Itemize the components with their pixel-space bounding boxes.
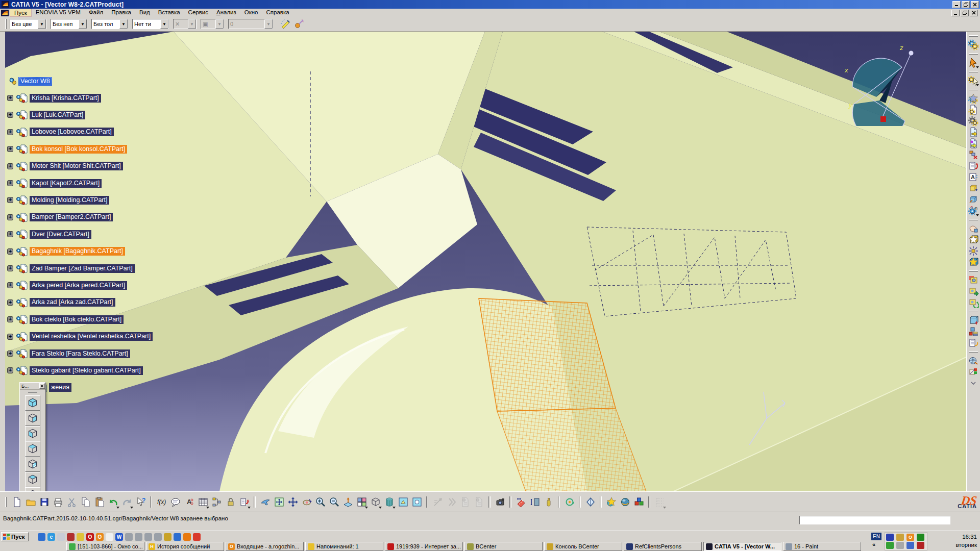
wizard-icon[interactable] bbox=[292, 18, 306, 30]
expand-plus-icon[interactable]: + bbox=[7, 112, 13, 118]
palette-grip[interactable] bbox=[28, 392, 37, 393]
expand-plus-icon[interactable]: + bbox=[7, 248, 13, 255]
expand-plus-icon[interactable]: + bbox=[7, 299, 13, 306]
tree-item-16[interactable]: +Fara Steklo [Fara Steklo.CATPart] bbox=[7, 347, 130, 360]
new-document-icon[interactable] bbox=[10, 495, 23, 509]
tray-printer-icon[interactable] bbox=[896, 542, 904, 549]
ql-shell-icon[interactable] bbox=[57, 533, 65, 541]
left-view-icon[interactable] bbox=[25, 441, 40, 457]
ql-net-4-icon[interactable] bbox=[154, 533, 162, 541]
tree-item-label[interactable]: Fara Steklo [Fara Steklo.CATPart] bbox=[30, 349, 130, 358]
manage-representations-icon[interactable] bbox=[967, 194, 979, 205]
tree-item-label[interactable]: Bamper [Bamper2.CATPart] bbox=[30, 213, 113, 221]
material-library-icon[interactable] bbox=[618, 495, 632, 509]
tree-item-6[interactable]: +Kapot [Kapot2.CATPart] bbox=[7, 177, 102, 190]
3d-viewport[interactable]: z x y Vector W8+Krisha [Krisha.CATPart]+… bbox=[5, 32, 966, 491]
command-input[interactable] bbox=[799, 516, 950, 524]
tree-item-10[interactable]: +Bagaghnik [Bagaghnik.CATPart] bbox=[7, 245, 125, 258]
expand-plus-icon[interactable]: + bbox=[7, 316, 13, 322]
toolbar-drag-handle[interactable] bbox=[5, 497, 7, 507]
combo-arrow-icon[interactable]: ▼ bbox=[160, 19, 168, 29]
clash-icon[interactable] bbox=[967, 257, 979, 268]
redo-icon[interactable] bbox=[120, 495, 134, 509]
combo-arrow-icon[interactable]: ▼ bbox=[79, 19, 87, 29]
graph-reorder-icon[interactable] bbox=[967, 160, 979, 171]
minimize-button[interactable] bbox=[952, 1, 961, 8]
pan-icon[interactable] bbox=[286, 495, 300, 509]
shaded-view-icon[interactable] bbox=[396, 495, 410, 509]
zoom-out-icon[interactable] bbox=[327, 495, 341, 509]
expand-plus-icon[interactable]: + bbox=[7, 163, 13, 169]
structure-icon[interactable] bbox=[210, 495, 224, 509]
ql-ie-icon[interactable]: e bbox=[47, 533, 55, 541]
annotations-icon[interactable] bbox=[562, 495, 576, 509]
apply-material-icon[interactable] bbox=[604, 495, 618, 509]
explode-icon[interactable] bbox=[967, 245, 979, 257]
viewpoint-update-icon[interactable] bbox=[967, 297, 979, 308]
start-button[interactable]: Пуск bbox=[1, 532, 29, 541]
right-view-icon[interactable] bbox=[25, 457, 40, 472]
tray-clover-icon[interactable] bbox=[886, 542, 894, 549]
iso-view-icon[interactable] bbox=[369, 495, 382, 509]
new-component-icon[interactable] bbox=[967, 93, 979, 104]
text-note-icon[interactable]: A bbox=[182, 495, 196, 509]
print-icon[interactable] bbox=[51, 495, 65, 509]
expand-plus-icon[interactable]: + bbox=[7, 146, 13, 152]
tree-item-15[interactable]: +Ventel reshetka [Ventel reshetka.CATPar… bbox=[7, 330, 153, 343]
multi-view-icon[interactable] bbox=[355, 495, 369, 509]
tree-item-17[interactable]: +Steklo gabarit [Steklo gabarit.CATPart] bbox=[7, 364, 143, 377]
ql-window-icon[interactable] bbox=[106, 533, 113, 541]
ql-word-icon[interactable]: W bbox=[115, 533, 123, 541]
ql-key-icon[interactable] bbox=[164, 533, 172, 541]
task-button-2[interactable]: OВходящие - a.rogozhin... bbox=[226, 542, 304, 551]
measure-inertia-icon[interactable] bbox=[542, 495, 555, 509]
ql-kmplayer-icon[interactable] bbox=[174, 533, 181, 541]
tree-item-label[interactable]: Bok cteklo [Bok cteklo.CATPart] bbox=[30, 315, 124, 324]
tree-item-label[interactable]: Arka pered [Arka pered.CATPart] bbox=[30, 281, 127, 290]
paste-icon[interactable] bbox=[92, 495, 106, 509]
tree-item-label[interactable]: Steklo gabarit [Steklo gabarit.CATPart] bbox=[30, 366, 143, 375]
menu-пуск[interactable]: Пуск bbox=[10, 9, 32, 17]
formula-icon[interactable]: f(x) bbox=[155, 495, 168, 509]
sectioning-icon[interactable] bbox=[583, 495, 597, 509]
bottom-view-icon[interactable] bbox=[25, 487, 40, 491]
tree-item-14[interactable]: +Bok cteklo [Bok cteklo.CATPart] bbox=[7, 313, 124, 326]
advisor-icon[interactable] bbox=[168, 495, 182, 509]
combo-3[interactable]: Нет ти▼ bbox=[132, 19, 169, 29]
viewpoint-next-icon[interactable] bbox=[967, 286, 979, 297]
assembly-workbench-icon[interactable] bbox=[967, 39, 979, 51]
task-button-9[interactable]: 16 - Paint bbox=[783, 542, 861, 551]
select-icon[interactable] bbox=[967, 57, 979, 68]
tree-item-label[interactable]: Ventel reshetka [Ventel reshetka.CATPart… bbox=[30, 332, 153, 341]
tree-item-2[interactable]: +Luk [Luk.CATPart] bbox=[7, 108, 85, 121]
saved-viewpoint-icon[interactable] bbox=[967, 274, 979, 286]
more-tools-chevron-icon[interactable] bbox=[967, 378, 979, 389]
menu-справка[interactable]: Справка bbox=[262, 9, 293, 17]
ql-net-3-icon[interactable] bbox=[144, 533, 152, 541]
menu-файл[interactable]: Файл bbox=[85, 9, 107, 17]
save-icon[interactable] bbox=[37, 495, 51, 509]
tray-expand-chevron[interactable]: « bbox=[872, 541, 875, 547]
fly-mode-icon[interactable] bbox=[258, 495, 272, 509]
combo-2[interactable]: Без тол▼ bbox=[91, 19, 128, 29]
measure-item-icon[interactable] bbox=[528, 495, 542, 509]
snap-icon[interactable] bbox=[967, 234, 979, 245]
ql-outlook-icon[interactable]: O bbox=[96, 533, 104, 541]
ql-chrome-icon[interactable] bbox=[193, 533, 201, 541]
task-button-0[interactable]: [151-103-866] - Окно со... bbox=[66, 542, 144, 551]
multi-instantiation-icon[interactable]: n bbox=[967, 205, 979, 216]
ql-spark-icon[interactable] bbox=[183, 533, 191, 541]
tree-item-label[interactable]: Molding [Molding.CATPart] bbox=[30, 196, 109, 205]
child-close-button[interactable] bbox=[970, 10, 978, 16]
menu-enovia-v5-vpm[interactable]: ENOVIA V5 VPM bbox=[32, 9, 85, 17]
copy-icon[interactable] bbox=[79, 495, 92, 509]
menu-правка[interactable]: Правка bbox=[107, 9, 135, 17]
tree-item-7[interactable]: +Molding [Molding.CATPart] bbox=[7, 193, 109, 207]
tree-item-label[interactable]: Vector W8 bbox=[18, 77, 52, 86]
ql-messenger-icon[interactable] bbox=[38, 533, 45, 541]
whats-this-icon[interactable]: ? bbox=[134, 495, 148, 509]
new-part-icon[interactable] bbox=[967, 104, 979, 115]
tree-item-13[interactable]: +Arka zad [Arka zad.CATPart] bbox=[7, 296, 115, 309]
graphic-properties-icon[interactable] bbox=[632, 495, 646, 509]
camera-icon[interactable] bbox=[493, 495, 507, 509]
